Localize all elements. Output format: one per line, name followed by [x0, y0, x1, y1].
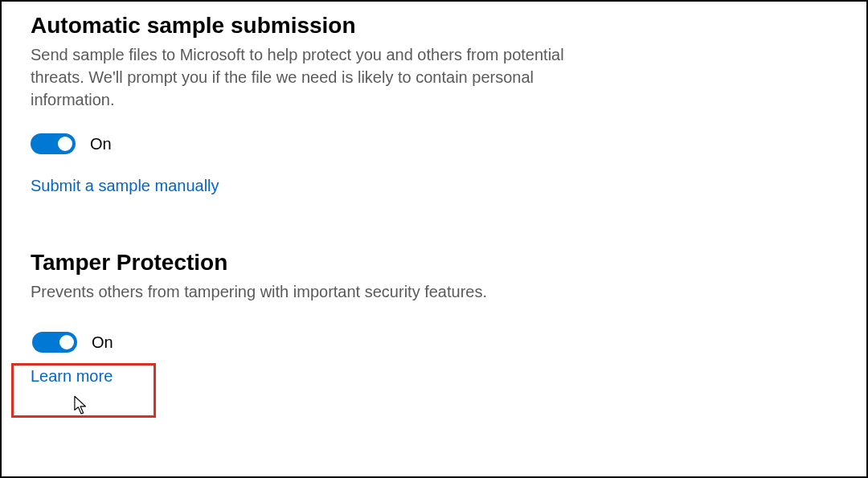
submit-sample-link[interactable]: Submit a sample manually: [31, 177, 219, 195]
tamper-toggle-row: On: [32, 332, 836, 353]
auto-submit-toggle[interactable]: [31, 133, 76, 154]
auto-submit-toggle-label: On: [90, 135, 112, 153]
cursor-icon: [74, 395, 88, 416]
settings-panel: Automatic sample submission Send sample …: [0, 0, 868, 478]
auto-submit-description: Send sample files to Microsoft to help p…: [31, 43, 609, 111]
tamper-protection-toggle-label: On: [92, 333, 113, 352]
auto-submit-heading: Automatic sample submission: [31, 13, 837, 39]
tamper-protection-toggle[interactable]: [32, 332, 77, 353]
tamper-protection-heading: Tamper Protection: [31, 250, 837, 276]
tamper-learn-more-link[interactable]: Learn more: [31, 367, 113, 386]
tamper-protection-description: Prevents others from tampering with impo…: [31, 280, 609, 303]
auto-submit-toggle-row: On: [31, 133, 837, 154]
